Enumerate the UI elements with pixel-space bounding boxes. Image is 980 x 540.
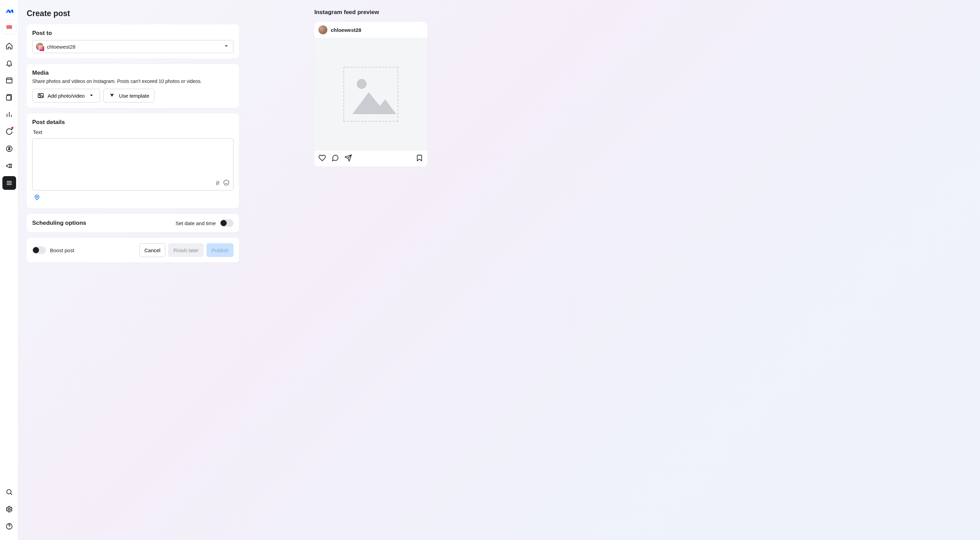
- svg-point-11: [224, 180, 229, 185]
- boost-label: Boost post: [50, 247, 74, 253]
- publish-label: Publish: [212, 247, 228, 253]
- scheduling-toggle[interactable]: [220, 219, 234, 227]
- text-label: Text: [33, 129, 234, 135]
- post-to-card: Post to chloewest28: [27, 24, 239, 59]
- cancel-label: Cancel: [145, 247, 161, 253]
- sidebar-item-ads[interactable]: [2, 159, 16, 173]
- emoji-icon[interactable]: [223, 179, 230, 188]
- instagram-preview-card: chloewest28: [314, 22, 427, 167]
- scheduling-card: Scheduling options Set date and time: [27, 214, 239, 232]
- boost-toggle[interactable]: [32, 246, 46, 254]
- preview-heading: Instagram feed preview: [314, 9, 427, 16]
- svg-rect-9: [38, 94, 43, 98]
- preview-media-placeholder: [314, 38, 427, 151]
- toggle-knob: [33, 247, 39, 253]
- finish-later-button[interactable]: Finish later: [168, 243, 204, 257]
- use-template-button[interactable]: Use template: [103, 89, 154, 102]
- media-heading: Media: [32, 70, 234, 76]
- sidebar-item-search[interactable]: [2, 485, 16, 499]
- composer-column: Create post Post to chloewest28 Media Sh…: [27, 9, 239, 268]
- workspace-tile[interactable]: [2, 20, 16, 34]
- preview-column: Instagram feed preview chloewest28: [314, 9, 427, 167]
- use-template-label: Use template: [119, 93, 149, 99]
- bookmark-icon: [416, 154, 423, 163]
- sidebar-item-content[interactable]: [2, 91, 16, 104]
- sidebar-item-settings[interactable]: [2, 502, 16, 516]
- sidebar-item-planner[interactable]: [2, 73, 16, 87]
- svg-point-7: [8, 508, 10, 510]
- sidebar-item-insights[interactable]: [2, 108, 16, 121]
- sidebar-item-home[interactable]: [2, 39, 16, 53]
- sidebar-item-help[interactable]: [2, 519, 16, 533]
- post-details-heading: Post details: [32, 119, 234, 126]
- account-avatar: [36, 43, 43, 50]
- cancel-button[interactable]: Cancel: [139, 243, 166, 257]
- comment-icon: [331, 154, 339, 163]
- add-media-label: Add photo/video: [48, 93, 84, 99]
- text-field-wrap: #: [32, 139, 234, 191]
- account-select[interactable]: chloewest28: [32, 40, 234, 53]
- sidebar-item-monetization[interactable]: [2, 142, 16, 156]
- meta-logo: [3, 5, 15, 17]
- media-card: Media Share photos and videos on Instagr…: [27, 64, 239, 108]
- sidebar: [0, 0, 19, 540]
- notification-dot: [11, 127, 13, 129]
- svg-point-6: [6, 490, 11, 494]
- sidebar-item-notifications[interactable]: [2, 56, 16, 70]
- page-title: Create post: [27, 9, 239, 18]
- svg-rect-4: [6, 96, 11, 100]
- nav-list: [2, 39, 16, 190]
- main: Create post Post to chloewest28 Media Sh…: [19, 0, 980, 540]
- svg-point-12: [36, 196, 38, 198]
- post-details-card: Post details Text #: [27, 113, 239, 208]
- toggle-knob: [221, 220, 227, 226]
- svg-point-13: [357, 79, 367, 89]
- preview-avatar: [318, 25, 327, 34]
- footer-card: Boost post Cancel Finish later Publish: [27, 238, 239, 263]
- media-subtext: Share photos and videos on Instagram. Po…: [32, 78, 234, 84]
- account-name: chloewest28: [47, 44, 220, 50]
- location-icon[interactable]: [33, 196, 40, 202]
- chevron-down-icon: [223, 43, 230, 51]
- post-to-heading: Post to: [32, 30, 234, 37]
- sidebar-item-all-tools[interactable]: [2, 176, 16, 190]
- caption-textarea[interactable]: [33, 139, 233, 177]
- svg-rect-1: [6, 29, 12, 29]
- share-icon: [344, 154, 352, 163]
- publish-button[interactable]: Publish: [207, 243, 234, 257]
- hashtag-icon[interactable]: #: [216, 179, 220, 188]
- image-placeholder-icon: [344, 67, 398, 122]
- svg-point-10: [40, 95, 40, 96]
- heart-icon: [318, 154, 326, 163]
- template-icon: [108, 92, 115, 99]
- image-icon: [37, 92, 44, 99]
- chevron-down-icon: [88, 92, 95, 100]
- scheduling-label: Set date and time: [175, 220, 216, 226]
- finish-later-label: Finish later: [173, 247, 198, 253]
- preview-username: chloewest28: [331, 27, 361, 33]
- sidebar-bottom: [2, 485, 16, 535]
- sidebar-item-inbox[interactable]: [2, 125, 16, 139]
- add-media-button[interactable]: Add photo/video: [32, 89, 100, 102]
- scheduling-heading: Scheduling options: [32, 220, 86, 226]
- svg-rect-2: [6, 78, 12, 83]
